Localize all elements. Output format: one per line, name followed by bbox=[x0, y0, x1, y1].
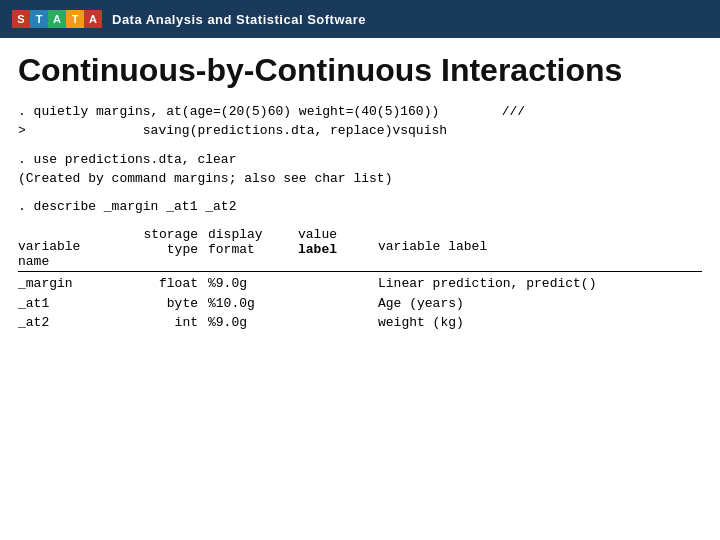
table-row: _at1 byte %10.0g Age (years) bbox=[18, 294, 702, 314]
code-area: . quietly margins, at(age=(20(5)60) weig… bbox=[0, 99, 720, 217]
table-header: variable name storage type display forma… bbox=[18, 227, 702, 271]
page-title: Continuous-by-Continuous Interactions bbox=[0, 38, 720, 99]
logo-t: T bbox=[30, 10, 48, 28]
code-line: . quietly margins, at(age=(20(5)60) weig… bbox=[18, 103, 702, 122]
cell-storage-at1: byte bbox=[118, 294, 208, 314]
code-line: (Created by command margins; also see ch… bbox=[18, 170, 702, 189]
cell-value-margin bbox=[298, 274, 378, 294]
col-header-display: display format bbox=[208, 227, 298, 269]
code-block-1: . quietly margins, at(age=(20(5)60) weig… bbox=[18, 103, 702, 141]
cell-value-at2 bbox=[298, 313, 378, 333]
col-header-varname: variable name bbox=[18, 227, 118, 269]
cell-varname-at1: _at1 bbox=[18, 294, 118, 314]
cell-label-at2: weight (kg) bbox=[378, 313, 702, 333]
header-bar: S T A T A Data Analysis and Statistical … bbox=[0, 0, 720, 38]
table-row: _margin float %9.0g Linear prediction, p… bbox=[18, 274, 702, 294]
cell-display-margin: %9.0g bbox=[208, 274, 298, 294]
cell-varname-at2: _at2 bbox=[18, 313, 118, 333]
logo-a1: A bbox=[48, 10, 66, 28]
col-header-label: variable label bbox=[378, 227, 702, 269]
cell-label-margin: Linear prediction, predict() bbox=[378, 274, 702, 294]
logo-a3: A bbox=[84, 10, 102, 28]
col-header-storage: storage type bbox=[118, 227, 208, 269]
cell-display-at1: %10.0g bbox=[208, 294, 298, 314]
cell-varname-margin: _margin bbox=[18, 274, 118, 294]
logo-a2: T bbox=[66, 10, 84, 28]
cell-display-at2: %9.0g bbox=[208, 313, 298, 333]
stata-logo: S T A T A bbox=[12, 10, 102, 28]
code-line: . use predictions.dta, clear bbox=[18, 151, 702, 170]
code-line: . describe _margin _at1 _at2 bbox=[18, 198, 702, 217]
code-line: > saving(predictions.dta, replace)vsquis… bbox=[18, 122, 702, 141]
cell-label-at1: Age (years) bbox=[378, 294, 702, 314]
cell-value-at1 bbox=[298, 294, 378, 314]
col-header-value: value label bbox=[298, 227, 378, 269]
code-block-3: . describe _margin _at1 _at2 bbox=[18, 198, 702, 217]
cell-storage-at2: int bbox=[118, 313, 208, 333]
table-row: _at2 int %9.0g weight (kg) bbox=[18, 313, 702, 333]
code-block-2: . use predictions.dta, clear (Created by… bbox=[18, 151, 702, 189]
logo-s: S bbox=[12, 10, 30, 28]
cell-storage-margin: float bbox=[118, 274, 208, 294]
table-divider bbox=[18, 271, 702, 272]
header-tagline: Data Analysis and Statistical Software bbox=[112, 12, 366, 27]
describe-table: variable name storage type display forma… bbox=[18, 227, 702, 333]
